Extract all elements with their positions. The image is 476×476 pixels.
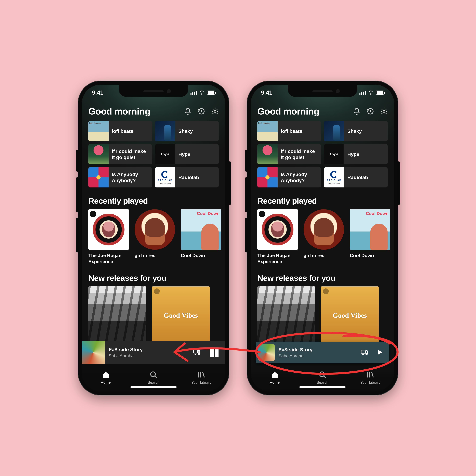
- now-playing-art: [258, 344, 275, 361]
- battery-icon: [207, 91, 215, 95]
- wifi-icon: [368, 91, 374, 95]
- shortcut-card[interactable]: Is Anybody Anybody?: [257, 167, 321, 187]
- cover-badge: Cool Down: [366, 211, 389, 216]
- radiolab-brand: RADIOLAB: [327, 179, 341, 182]
- shortcut-art: [155, 144, 175, 164]
- svg-point-9: [320, 372, 324, 377]
- bottom-nav: Home Search Your Library: [251, 364, 394, 391]
- shortcut-art: [88, 121, 109, 141]
- cover-art: Good Vibes: [152, 286, 210, 344]
- cover-overlay-text: Good Vibes: [164, 311, 198, 319]
- settings-icon[interactable]: [211, 108, 219, 115]
- notch: [288, 85, 357, 97]
- home-indicator[interactable]: [299, 386, 346, 388]
- shortcut-card[interactable]: lofi beats: [257, 121, 321, 141]
- recent-tile[interactable]: The Joe Rogan Experience: [88, 209, 129, 265]
- recent-tile[interactable]: The Joe Rogan Experience: [257, 209, 298, 265]
- devices-icon[interactable]: [193, 348, 201, 357]
- shortcut-art: [324, 121, 344, 141]
- cover-badge: Cool Down: [197, 211, 220, 216]
- notifications-icon[interactable]: [184, 108, 191, 115]
- pause-icon[interactable]: ▮▮: [209, 347, 219, 357]
- svg-rect-1: [193, 350, 198, 353]
- history-icon[interactable]: [367, 108, 374, 115]
- recent-tile[interactable]: girl in red: [304, 209, 344, 265]
- svg-point-4: [151, 372, 155, 377]
- shortcut-card[interactable]: Shaky: [155, 121, 219, 141]
- greeting-title: Good morning: [88, 106, 150, 117]
- tile-caption: Cool Down: [350, 253, 390, 259]
- nav-label: Search: [317, 380, 328, 385]
- recent-row[interactable]: The Joe Rogan Experience girl in red Coo…: [82, 209, 225, 265]
- shortcut-art: [155, 121, 175, 141]
- tile-caption: girl in red: [304, 253, 344, 259]
- shortcut-card[interactable]: Hype: [155, 144, 219, 164]
- history-icon[interactable]: [198, 108, 205, 115]
- cover-art: Cool Down: [350, 209, 390, 250]
- shortcut-card[interactable]: lofi beats: [88, 121, 152, 141]
- home-header: Good morning: [82, 103, 225, 121]
- shortcut-card[interactable]: if I could make it go quiet: [257, 144, 321, 164]
- shortcut-card[interactable]: Is Anybody Anybody?: [88, 167, 152, 187]
- shortcut-label: if I could make it go quiet: [109, 148, 152, 160]
- status-time: 9:41: [261, 89, 272, 96]
- recent-tile[interactable]: Cool Down Cool Down: [350, 209, 390, 265]
- now-playing-artist: Saba Abraha: [278, 353, 357, 358]
- shortcut-art: [257, 167, 278, 187]
- home-indicator[interactable]: [130, 386, 177, 388]
- shortcut-label: Is Anybody Anybody?: [278, 171, 321, 184]
- new-releases-row[interactable]: Good Vibes: [82, 286, 225, 344]
- shortcut-card[interactable]: Shaky: [324, 121, 388, 141]
- now-playing-bar-old[interactable]: Ea$tside Story Saba Abraha ▮▮: [82, 341, 225, 364]
- play-icon[interactable]: [376, 348, 384, 357]
- now-playing-title: Ea$tside Story: [109, 347, 189, 352]
- shortcut-card[interactable]: RADIOLABWNYC STUDIOS Radiolab: [155, 167, 219, 187]
- cover-overlay-text: Good Vibes: [333, 311, 367, 319]
- tile-caption: The Joe Rogan Experience: [88, 253, 129, 265]
- nav-home[interactable]: Home: [82, 364, 130, 391]
- cover-art: [257, 286, 315, 344]
- new-release-tile[interactable]: Good Vibes: [152, 286, 210, 344]
- nav-library[interactable]: Your Library: [346, 364, 394, 391]
- shortcut-grid: lofi beats Shaky if I could make it go q…: [251, 121, 394, 187]
- shortcut-label: Shaky: [344, 128, 365, 134]
- shortcut-art: RADIOLABWNYC STUDIOS: [324, 167, 344, 187]
- tile-caption: Cool Down: [181, 253, 221, 259]
- recent-row[interactable]: The Joe Rogan Experience girl in red Coo…: [251, 209, 394, 265]
- devices-icon[interactable]: [360, 348, 368, 357]
- recent-tile[interactable]: girl in red: [135, 209, 175, 265]
- shortcut-label: Shaky: [175, 128, 196, 134]
- nav-library[interactable]: Your Library: [177, 364, 225, 391]
- cover-art: [88, 209, 129, 250]
- shortcut-label: Hype: [175, 151, 193, 157]
- shortcut-art: [88, 144, 109, 164]
- svg-point-5: [383, 110, 385, 112]
- shortcut-label: lofi beats: [109, 128, 136, 134]
- cover-art: [304, 209, 344, 250]
- new-release-tile[interactable]: [88, 286, 146, 344]
- cover-art: Good Vibes: [321, 286, 379, 344]
- section-title-new: New releases for you: [82, 265, 225, 286]
- screen: 9:41 Good morning: [251, 85, 394, 391]
- status-time: 9:41: [92, 89, 103, 96]
- shortcut-art: RADIOLABWNYC STUDIOS: [155, 167, 175, 187]
- shortcut-card[interactable]: Hype: [324, 144, 388, 164]
- wifi-icon: [199, 91, 204, 95]
- cover-art: [257, 209, 298, 250]
- shortcut-card[interactable]: RADIOLABWNYC STUDIOS Radiolab: [324, 167, 388, 187]
- screen: 9:41 Good morning: [82, 85, 225, 391]
- now-playing-bar-new[interactable]: Ea$tside Story Saba Abraha: [256, 342, 389, 363]
- notifications-icon[interactable]: [353, 108, 360, 115]
- nav-home[interactable]: Home: [251, 364, 299, 391]
- svg-point-3: [199, 353, 199, 354]
- tile-caption: girl in red: [135, 253, 175, 259]
- shortcut-card[interactable]: if I could make it go quiet: [88, 144, 152, 164]
- recent-tile[interactable]: Cool Down Cool Down: [181, 209, 221, 265]
- svg-point-0: [214, 110, 216, 112]
- notch: [119, 85, 188, 97]
- shortcut-art: [257, 121, 278, 141]
- settings-icon[interactable]: [380, 108, 388, 115]
- nav-label: Your Library: [360, 380, 380, 385]
- tile-caption: The Joe Rogan Experience: [257, 253, 298, 265]
- cellular-icon: [359, 90, 366, 95]
